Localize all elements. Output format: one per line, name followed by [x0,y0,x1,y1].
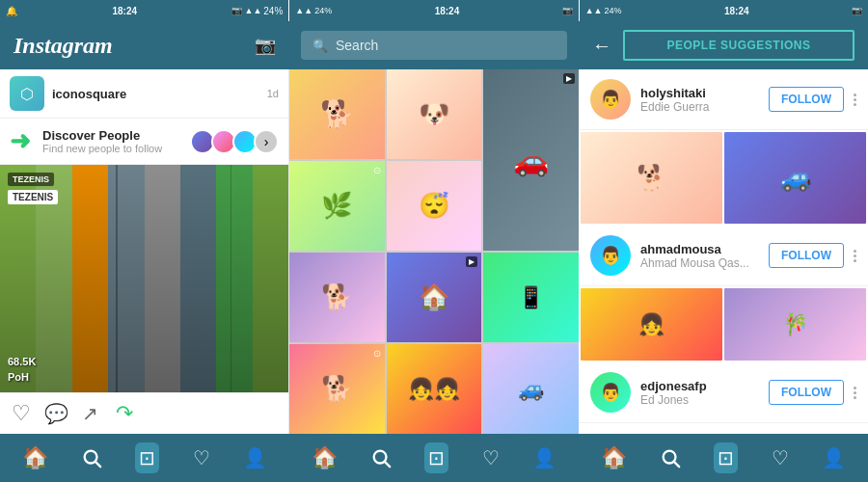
post-time: 1d [267,88,279,99]
tezenis-badge: TEZENIS [8,173,54,186]
post-image: TEZENIS TEZENIS 68.5K PoH [0,165,288,392]
camera-nav-icon-4[interactable]: ⊡ [714,442,738,473]
svg-line-5 [674,462,679,467]
status-time-2: 18:24 [435,6,460,16]
suggestion-fullname-3: Ed Jones [640,393,759,407]
home-nav-icon-3[interactable]: 🏠 [601,445,627,470]
discover-arrow-icon: ➜ [10,126,31,156]
mini-avatar-4: › [254,129,279,154]
grid-cell-1[interactable]: 🐕 [289,69,385,159]
suggestion-avatar-2[interactable]: 👨 [590,235,631,276]
suggestion-username-3[interactable]: edjonesafp [640,379,759,393]
post-header: ⬡ iconosquare 1d [0,69,288,119]
follow-button-2[interactable]: FOLLOW [769,243,844,268]
home-nav-icon[interactable]: 🏠 [22,445,48,470]
suggestion-username-2[interactable]: ahmadmousa [640,242,759,256]
profile-nav-icon-2[interactable]: 👤 [532,446,556,469]
status-time-1: 18:24 [112,6,137,16]
discover-people-banner[interactable]: ➜ Discover People Find new people to fol… [0,119,288,165]
people-suggestions-button[interactable]: PEOPLE SUGGESTIONS [623,30,854,61]
svg-line-3 [385,462,390,467]
suggestion-info-3: edjonesafp Ed Jones [640,379,759,407]
grid-cell-3[interactable]: 🌿 ⊙ [289,161,385,251]
search-nav-icon[interactable] [81,447,102,469]
heart-nav-icon-3[interactable]: ♡ [772,446,789,469]
right-grid-img-1[interactable]: 🐕 [581,132,722,224]
status-icons-4: ▲▲24% [585,6,622,15]
tezenis-tag: TEZENIS [8,190,58,204]
back-arrow-icon[interactable]: ← [592,35,611,57]
discover-text: Discover People Find new people to follo… [42,128,186,154]
grid-cell-6[interactable]: 🏠 ▶ [387,253,482,342]
suggestion-fullname-2: Ahmad Mousa Qas... [640,256,759,270]
grid-cell-2[interactable]: 🐶 [387,69,482,159]
more-options-2[interactable] [854,250,856,262]
notification-icon: 🔔 [6,6,17,16]
discover-avatars: › [194,129,279,154]
right-grid-img-4[interactable]: 🎋 [724,288,866,361]
post-stats: 68.5K PoH [8,355,36,385]
status-icons-3: 📷 [562,6,573,15]
suggestion-avatar-1[interactable]: 👨 [590,79,631,120]
video-indicator: ▶ [563,73,575,84]
camera-nav-icon-2[interactable]: ⊡ [135,442,159,473]
comment-icon[interactable]: 💬 [44,402,68,425]
bottom-nav-2: 🏠 ⊡ ♡ 👤 [289,434,579,482]
suggestion-item-2: 👨 ahmadmousa Ahmad Mousa Qas... FOLLOW [579,226,868,286]
grid-cell-5[interactable]: 🐕 [289,253,385,342]
post-actions: ♡ 💬 ↗ ↷ [0,392,288,434]
svg-line-1 [95,462,100,467]
camera-overlay: ⊙ [373,165,381,175]
profile-nav-icon-3[interactable]: 👤 [822,446,846,469]
search-icon: 🔍 [312,39,328,53]
suggestion-fullname-1: Eddie Guerra [640,100,759,114]
grid-cell-7[interactable]: 📱 [483,253,579,342]
right-panel: 👨 holyshitaki Eddie Guerra FOLLOW 🐕 🚙 [579,69,868,434]
search-bar[interactable]: 🔍 Search [301,31,567,60]
heart-nav-icon-2[interactable]: ♡ [482,446,500,469]
search-placeholder: Search [336,38,378,53]
photo-grid: 🐕 🐶 🚗 ▶ 🌿 ⊙ 😴 🐕 🏠 [289,69,579,434]
user-avatar[interactable]: ⬡ [10,76,44,111]
suggestion-item-3: 👨 edjonesafp Ed Jones FOLLOW [579,362,868,423]
follow-button-3[interactable]: FOLLOW [769,380,844,405]
search-nav-icon-2[interactable] [370,447,392,469]
status-icons-2: ▲▲24% [295,6,332,15]
right-grid-img-2[interactable]: 🚙 [724,132,866,224]
discover-subtitle: Find new people to follow [42,143,186,154]
status-time-3: 18:24 [724,6,749,16]
bottom-nav-1: 🏠 ⊡ ♡ 👤 [0,434,289,482]
suggestion-info-1: holyshitaki Eddie Guerra [640,86,759,114]
share-icon[interactable]: ↗ [82,402,98,425]
post-username[interactable]: iconosquare [52,87,126,101]
suggestion-info-2: ahmadmousa Ahmad Mousa Qas... [640,242,759,270]
right-photos-grid: 🐕 🚙 [579,130,868,226]
camera-nav-icon[interactable]: 📷 [255,35,276,56]
suggestion-avatar-3[interactable]: 👨 [590,372,631,413]
bottom-nav-3: 🏠 ⊡ ♡ 👤 [579,434,868,482]
right-grid-img-3[interactable]: 👧 [581,288,722,361]
like-icon[interactable]: ♡ [12,401,31,426]
grid-cell-9[interactable]: 👧👧 [387,344,482,434]
profile-nav-icon[interactable]: 👤 [243,446,267,469]
camera-overlay-2: ⊙ [373,348,381,359]
grid-cell-4[interactable]: 😴 [387,161,482,251]
video-indicator-2: ▶ [466,256,477,267]
status-icons-1: 📷 ▲▲ 24% [231,6,283,16]
grid-cell-10[interactable]: 🚙 [483,344,579,434]
follow-button-1[interactable]: FOLLOW [769,87,844,112]
more-options-1[interactable] [854,94,856,106]
home-nav-icon-2[interactable]: 🏠 [312,445,338,470]
suggestion-username-1[interactable]: holyshitaki [640,86,759,100]
search-nav-icon-3[interactable] [660,447,681,469]
right-photos-grid-2: 👧 🎋 [579,286,868,362]
grid-cell-house-1[interactable]: 🚗 ▶ [483,69,579,251]
heart-nav-icon[interactable]: ♡ [193,446,210,469]
scroll-arrow-icon: ↷ [116,401,133,426]
more-options-3[interactable] [854,387,856,399]
instagram-logo: Instagram [14,33,113,59]
suggestion-item-1: 👨 holyshitaki Eddie Guerra FOLLOW [579,69,868,130]
discover-title: Discover People [42,128,186,143]
camera-nav-icon-3[interactable]: ⊡ [424,442,448,473]
grid-cell-8[interactable]: 🐕 ⊙ [289,344,385,434]
